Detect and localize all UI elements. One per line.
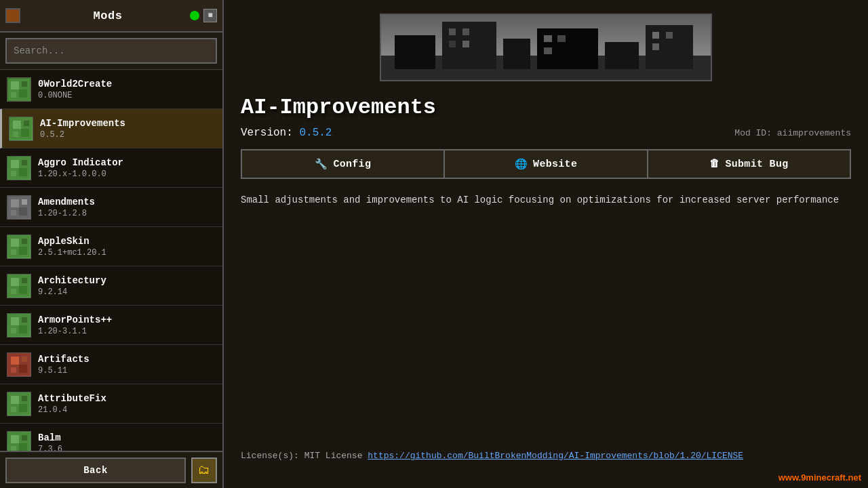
mod-name: AI-Improvements bbox=[40, 118, 125, 129]
folder-button[interactable]: 🗂 bbox=[191, 458, 217, 483]
watermark: www.9minecraft.net bbox=[778, 472, 861, 483]
license-url[interactable]: https://github.com/BuiltBrokenModding/AI… bbox=[368, 451, 743, 461]
mod-list-item[interactable]: Architectury9.2.14 bbox=[0, 266, 222, 306]
mod-icon bbox=[7, 313, 31, 338]
svg-rect-38 bbox=[11, 367, 16, 373]
mod-icon bbox=[7, 77, 31, 102]
svg-rect-32 bbox=[19, 325, 27, 333]
svg-rect-24 bbox=[22, 239, 27, 244]
svg-rect-47 bbox=[19, 443, 27, 451]
back-button[interactable]: Back bbox=[5, 458, 186, 483]
svg-rect-33 bbox=[11, 328, 16, 333]
mod-list-item[interactable]: Aggro Indicator1.20.x-1.0.0.0 bbox=[0, 148, 222, 188]
svg-rect-1 bbox=[11, 81, 19, 89]
svg-rect-2 bbox=[19, 89, 27, 98]
mod-info: AttributeFix21.0.4 bbox=[38, 393, 106, 415]
svg-rect-9 bbox=[24, 121, 29, 126]
sidebar-header: Mods ■ bbox=[0, 0, 222, 33]
website-label: Website bbox=[533, 159, 577, 170]
submit-bug-label: Submit Bug bbox=[725, 159, 788, 170]
svg-rect-28 bbox=[11, 289, 16, 294]
mod-version: 0.5.2 bbox=[40, 130, 125, 140]
mod-list-item[interactable]: ArmorPoints++1.20-3.1.1 bbox=[0, 306, 222, 345]
mod-id-value: aiimprovements bbox=[777, 128, 851, 138]
mod-info: ArmorPoints++1.20-3.1.1 bbox=[38, 314, 112, 336]
svg-rect-12 bbox=[19, 168, 27, 176]
mod-info: Architectury9.2.14 bbox=[38, 275, 106, 297]
website-icon: 🌐 bbox=[515, 158, 528, 171]
mod-list-item[interactable]: 0World2Create0.0NONE bbox=[0, 70, 222, 109]
mod-list-item[interactable]: AppleSkin2.5.1+mc1.20.1 bbox=[0, 227, 222, 266]
mod-banner-art bbox=[381, 15, 711, 80]
config-button[interactable]: 🔧 Config bbox=[241, 149, 444, 179]
svg-rect-26 bbox=[11, 278, 19, 286]
svg-rect-22 bbox=[19, 247, 27, 255]
banner-svg bbox=[381, 15, 712, 81]
svg-rect-36 bbox=[11, 357, 19, 365]
mod-icon bbox=[7, 235, 31, 259]
mod-title-section: AI-Improvements bbox=[241, 95, 851, 120]
svg-rect-17 bbox=[19, 207, 27, 216]
mod-icon bbox=[9, 117, 33, 141]
submit-bug-button[interactable]: 🗑 Submit Bug bbox=[648, 149, 851, 179]
mod-version: 1.20-1.2.8 bbox=[38, 209, 95, 218]
mod-name: Amendments bbox=[38, 197, 95, 207]
svg-rect-31 bbox=[11, 317, 19, 325]
mod-name: Architectury bbox=[38, 275, 106, 286]
svg-rect-39 bbox=[22, 357, 27, 362]
mod-list-item[interactable]: AttributeFix21.0.4 bbox=[0, 384, 222, 424]
svg-rect-16 bbox=[11, 199, 19, 207]
svg-rect-48 bbox=[11, 446, 16, 451]
close-button[interactable]: ■ bbox=[203, 9, 217, 22]
status-dot bbox=[190, 11, 199, 20]
mod-list-item[interactable]: AI-Improvements0.5.2 bbox=[0, 109, 222, 148]
license-text: MIT License bbox=[304, 451, 363, 461]
version-display: Version: 0.5.2 bbox=[241, 127, 332, 139]
svg-rect-27 bbox=[19, 286, 27, 294]
svg-rect-3 bbox=[11, 92, 16, 98]
svg-rect-34 bbox=[22, 317, 27, 323]
mod-name: Aggro Indicator bbox=[38, 157, 123, 168]
mod-info: Balm7.3.6 bbox=[38, 432, 62, 451]
mod-id-display: Mod ID: aiimprovements bbox=[734, 128, 851, 138]
svg-rect-41 bbox=[11, 396, 19, 404]
mod-id-label: Mod ID: bbox=[734, 128, 772, 138]
mod-list-item[interactable]: Amendments1.20-1.2.8 bbox=[0, 188, 222, 227]
mod-icon bbox=[7, 156, 31, 180]
mod-info: 0World2Create0.0NONE bbox=[38, 79, 112, 100]
mod-version: 21.0.4 bbox=[38, 405, 106, 415]
mod-version: 9.2.14 bbox=[38, 287, 106, 297]
svg-rect-49 bbox=[22, 435, 27, 441]
svg-rect-23 bbox=[11, 249, 16, 255]
svg-rect-21 bbox=[11, 239, 19, 247]
svg-rect-43 bbox=[11, 407, 16, 412]
mod-info: AI-Improvements0.5.2 bbox=[40, 118, 125, 140]
mod-icon bbox=[7, 392, 31, 416]
version-label: Version: bbox=[241, 127, 293, 139]
svg-rect-6 bbox=[13, 121, 21, 129]
mod-info: AppleSkin2.5.1+mc1.20.1 bbox=[38, 236, 106, 258]
svg-rect-7 bbox=[21, 129, 29, 137]
website-button[interactable]: 🌐 Website bbox=[444, 149, 647, 179]
svg-rect-4 bbox=[22, 81, 27, 87]
mod-name: Artifacts bbox=[38, 354, 90, 365]
mod-version: 0.0NONE bbox=[38, 91, 112, 100]
svg-rect-19 bbox=[22, 199, 27, 205]
bug-icon: 🗑 bbox=[709, 158, 719, 170]
svg-rect-13 bbox=[11, 171, 16, 176]
mod-name: AttributeFix bbox=[38, 393, 106, 404]
mod-icon bbox=[7, 352, 31, 377]
mod-list-item[interactable]: Balm7.3.6 bbox=[0, 424, 222, 451]
mod-version: 1.20.x-1.0.0.0 bbox=[38, 169, 123, 179]
mod-info: Artifacts9.5.11 bbox=[38, 354, 90, 375]
mod-icon bbox=[7, 431, 31, 451]
mod-banner bbox=[380, 14, 712, 81]
search-input[interactable] bbox=[5, 38, 217, 64]
config-label: Config bbox=[333, 159, 371, 170]
svg-rect-46 bbox=[11, 435, 19, 443]
mod-icon bbox=[7, 195, 31, 220]
mod-list-item[interactable]: Artifacts9.5.11 bbox=[0, 345, 222, 384]
version-value: 0.5.2 bbox=[299, 127, 332, 139]
mod-version: 2.5.1+mc1.20.1 bbox=[38, 248, 106, 258]
config-icon: 🔧 bbox=[315, 158, 328, 171]
